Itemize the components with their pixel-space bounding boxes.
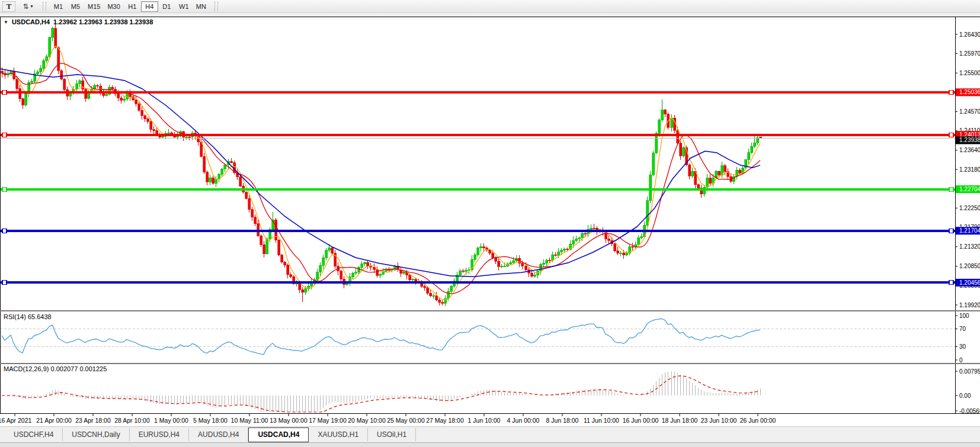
timeframe-button-w1[interactable]: W1 (175, 1, 193, 12)
svg-text:17 May 19:00: 17 May 19:00 (309, 417, 347, 424)
svg-text:100: 100 (959, 313, 969, 319)
svg-text:4 Jun 00:00: 4 Jun 00:00 (507, 417, 540, 424)
timeframe-button-m15[interactable]: M15 (84, 1, 104, 12)
svg-text:25 May 00:00: 25 May 00:00 (387, 417, 425, 424)
chart-area[interactable]: 1.264301.259701.255001.245701.241101.236… (0, 17, 980, 426)
chart-tab-usdcad[interactable]: USDCAD,H4 (248, 427, 309, 442)
current-price-badge: 1.23938 (956, 136, 980, 144)
bottom-strip (0, 442, 980, 447)
svg-text:-0.005663: -0.005663 (959, 408, 980, 414)
svg-text:10 May 11:00: 10 May 11:00 (231, 417, 268, 424)
price-badge-1.25036: 1.25036 (956, 88, 980, 96)
svg-text:1.25036: 1.25036 (959, 89, 980, 95)
chart-symbol-period: USDCAD,H4 (12, 18, 50, 25)
svg-text:20 May 10:00: 20 May 10:00 (348, 417, 386, 424)
svg-text:1 Jun 10:00: 1 Jun 10:00 (468, 417, 501, 424)
svg-text:1.19920: 1.19920 (959, 302, 980, 308)
svg-text:1.25970: 1.25970 (959, 50, 980, 57)
svg-text:11 Jun 10:00: 11 Jun 10:00 (584, 417, 619, 424)
svg-text:23 Jun 10:00: 23 Jun 10:00 (701, 417, 737, 424)
svg-text:26 Jun 00:00: 26 Jun 00:00 (740, 417, 776, 424)
chart-tab-usdcnh[interactable]: USDCNH,Daily (63, 428, 129, 441)
svg-text:1.25500: 1.25500 (959, 70, 980, 76)
price-badge-1.21704: 1.21704 (956, 227, 980, 234)
svg-text:1.24570: 1.24570 (959, 108, 980, 115)
svg-text:1.23640: 1.23640 (959, 147, 980, 153)
svg-text:1.21320: 1.21320 (959, 243, 980, 250)
toolbar: T ⇅ ▾ M1M5M15M30H1H4D1W1MN (0, 0, 980, 13)
svg-text:28 Apr 10:00: 28 Apr 10:00 (114, 417, 150, 424)
macd-indicator-label: MACD(12,26,9) 0.002077 0.001225 (4, 365, 107, 372)
toolbar-grip-separator (43, 2, 46, 11)
chart-title: ▼ USDCAD,H4 1.23962 1.23963 1.23938 1.23… (4, 18, 153, 25)
svg-text:1.22250: 1.22250 (959, 205, 980, 211)
svg-text:1.20456: 1.20456 (959, 279, 980, 286)
timeframe-button-m30[interactable]: M30 (104, 1, 123, 12)
svg-text:30: 30 (959, 343, 966, 350)
svg-text:0: 0 (959, 357, 963, 364)
timeframe-button-h1[interactable]: H1 (124, 1, 141, 12)
svg-text:18 Jun 18:00: 18 Jun 18:00 (662, 417, 698, 424)
text-tool-button[interactable]: T (2, 1, 15, 12)
cursor-arrows-button[interactable]: ⇅ ▾ (18, 1, 38, 12)
price-badge-1.22704: 1.22704 (956, 185, 980, 193)
svg-text:5 May 18:00: 5 May 18:00 (193, 417, 228, 424)
chart-ohlc-values: 1.23962 1.23963 1.23938 1.23938 (53, 18, 153, 25)
dropdown-caret-icon: ▾ (31, 4, 33, 9)
timeframe-button-mn[interactable]: MN (193, 1, 210, 12)
timeframe-button-h4[interactable]: H4 (141, 1, 158, 12)
chart-tab-usoil[interactable]: USOil,H1 (368, 428, 416, 441)
svg-text:8 Jun 18:00: 8 Jun 18:00 (546, 417, 579, 424)
svg-text:1.21704: 1.21704 (959, 227, 980, 234)
timeframe-button-m1[interactable]: M1 (50, 1, 67, 12)
svg-text:1.20850: 1.20850 (959, 263, 980, 269)
svg-text:1.26430: 1.26430 (959, 31, 980, 38)
svg-text:1 May 00:00: 1 May 00:00 (154, 417, 188, 424)
svg-text:1.23938: 1.23938 (959, 137, 980, 143)
svg-text:0.00: 0.00 (959, 393, 971, 399)
chart-canvas[interactable]: 1.264301.259701.255001.245701.241101.236… (0, 17, 980, 426)
chart-tab-audusd[interactable]: AUDUSD,H4 (189, 428, 248, 441)
arrows-icon: ⇅ (23, 2, 28, 11)
timeframe-button-m5[interactable]: M5 (67, 1, 84, 12)
svg-text:70: 70 (959, 326, 966, 332)
svg-text:1.23180: 1.23180 (959, 166, 980, 173)
svg-text:23 Apr 18:00: 23 Apr 18:00 (75, 417, 111, 424)
rsi-indicator-label: RSI(14) 65.6438 (4, 313, 52, 320)
quick-trade-arrow-icon: ▼ (4, 20, 8, 25)
svg-text:16 Jun 00:00: 16 Jun 00:00 (623, 417, 659, 424)
svg-text:21 Apr 00:00: 21 Apr 00:00 (36, 417, 72, 424)
chart-tab-xauusd[interactable]: XAUUSD,H1 (309, 428, 368, 441)
chart-tab-eurusd[interactable]: EURUSD,H4 (130, 428, 189, 441)
chart-tab-usdchf[interactable]: USDCHF,H4 (5, 428, 63, 441)
toolbar-separator (214, 2, 218, 11)
svg-text:16 Apr 2021: 16 Apr 2021 (0, 417, 31, 424)
chart-tab-bar: USDCHF,H4USDCNH,DailyEURUSD,H4AUDUSD,H4U… (0, 426, 980, 442)
svg-text:0.007959: 0.007959 (959, 368, 980, 375)
timeframe-button-d1[interactable]: D1 (158, 1, 175, 12)
svg-text:13 May 00:00: 13 May 00:00 (270, 417, 308, 424)
timeframe-bar: M1M5M15M30H1H4D1W1MN (50, 1, 210, 12)
price-badge-1.20456: 1.20456 (956, 279, 980, 287)
svg-text:27 May 18:00: 27 May 18:00 (426, 417, 464, 424)
svg-text:1.22704: 1.22704 (959, 186, 980, 192)
